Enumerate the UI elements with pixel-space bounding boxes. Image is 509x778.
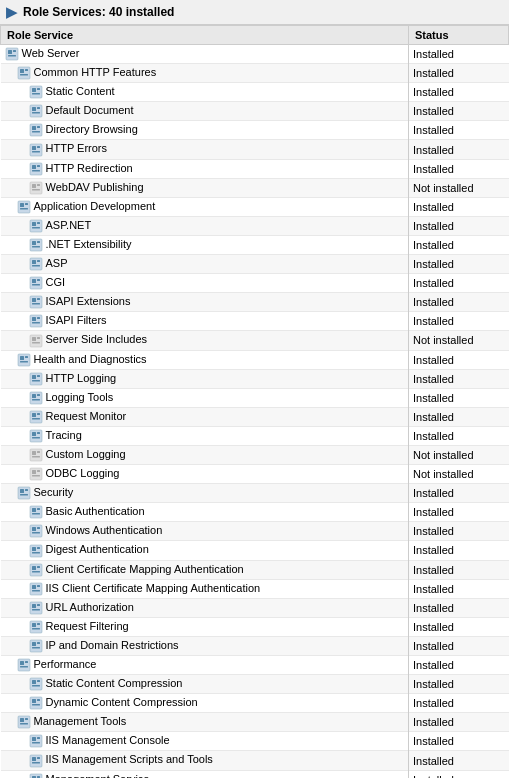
role-icon [29,582,43,596]
role-icon [29,238,43,252]
table-row: ISAPI FiltersInstalled [1,312,509,331]
role-icon [29,601,43,615]
table-row: Common HTTP FeaturesInstalled [1,64,509,83]
svg-rect-9 [32,88,36,92]
table-row: .NET ExtensibilityInstalled [1,235,509,254]
role-name: HTTP Redirection [46,162,133,174]
svg-rect-19 [32,131,40,133]
role-icon [29,181,43,195]
svg-rect-108 [30,564,42,576]
svg-rect-69 [32,375,36,379]
svg-rect-117 [32,604,36,608]
table-row: WebDAV PublishingNot installed [1,178,509,197]
role-status: Installed [409,293,509,312]
svg-rect-21 [32,146,36,150]
svg-rect-76 [30,411,42,423]
svg-rect-131 [20,666,28,668]
role-icon [29,448,43,462]
svg-rect-51 [32,284,40,286]
svg-rect-151 [32,762,40,764]
svg-rect-48 [30,277,42,289]
svg-rect-47 [32,265,40,267]
role-name: Application Development [34,200,156,212]
svg-rect-149 [32,757,36,761]
role-status: Installed [409,255,509,274]
role-name: Digest Authentication [46,543,149,555]
svg-rect-143 [20,723,28,725]
svg-rect-128 [18,659,30,671]
role-status: Installed [409,216,509,235]
svg-rect-103 [32,532,40,534]
svg-rect-52 [30,296,42,308]
svg-rect-109 [32,566,36,570]
svg-rect-135 [32,685,40,687]
svg-rect-148 [30,755,42,767]
role-icon [29,524,43,538]
role-status: Installed [409,350,509,369]
table-row: URL AuthorizationInstalled [1,598,509,617]
table-row: Management ToolsInstalled [1,713,509,732]
role-name: Performance [34,658,97,670]
role-name: HTTP Errors [46,142,108,154]
svg-rect-127 [32,647,40,649]
role-name: .NET Extensibility [46,238,132,250]
svg-rect-28 [30,182,42,194]
svg-rect-64 [18,354,30,366]
role-name: Health and Diagnostics [34,353,147,365]
svg-rect-63 [32,342,40,344]
svg-rect-45 [32,260,36,264]
table-row: Custom LoggingNot installed [1,445,509,464]
role-icon [17,353,31,367]
table-row: Windows AuthenticationInstalled [1,522,509,541]
svg-rect-141 [20,718,24,722]
role-name: IIS Client Certificate Mapping Authentic… [46,582,261,594]
role-status: Installed [409,732,509,751]
table-row: Management ServiceInstalled [1,770,509,778]
svg-rect-41 [32,241,36,245]
role-name: Default Document [46,104,134,116]
svg-rect-70 [37,375,40,377]
svg-rect-4 [18,67,30,79]
svg-rect-13 [32,107,36,111]
role-name: ISAPI Filters [46,314,107,326]
table-row: ASP.NETInstalled [1,216,509,235]
svg-rect-121 [32,623,36,627]
svg-rect-73 [32,394,36,398]
role-name: ISAPI Extensions [46,295,131,307]
role-status: Installed [409,713,509,732]
svg-rect-146 [37,737,40,739]
svg-rect-29 [32,184,36,188]
role-status: Not installed [409,331,509,350]
svg-rect-90 [37,470,40,472]
role-icon [29,334,43,348]
header-icon: ▶ [6,4,17,20]
svg-rect-85 [32,451,36,455]
svg-rect-57 [32,317,36,321]
svg-rect-123 [32,628,40,630]
svg-rect-66 [25,356,28,358]
svg-rect-8 [30,86,42,98]
header: ▶ Role Services: 40 installed [0,0,509,25]
role-name: Dynamic Content Compression [46,696,198,708]
svg-rect-11 [32,93,40,95]
svg-rect-118 [37,604,40,606]
role-name: CGI [46,276,66,288]
role-status: Not installed [409,465,509,484]
role-status: Installed [409,312,509,331]
svg-rect-58 [37,317,40,319]
svg-rect-116 [30,602,42,614]
role-status: Installed [409,656,509,675]
role-icon [29,85,43,99]
svg-rect-60 [30,335,42,347]
svg-rect-125 [32,642,36,646]
role-status: Installed [409,369,509,388]
role-name: Request Monitor [46,410,127,422]
svg-rect-134 [37,680,40,682]
svg-rect-89 [32,470,36,474]
svg-rect-75 [32,399,40,401]
role-icon [29,314,43,328]
table-row: Web ServerInstalled [1,45,509,64]
table-row: ISAPI ExtensionsInstalled [1,293,509,312]
role-name: URL Authorization [46,601,134,613]
svg-rect-97 [32,508,36,512]
